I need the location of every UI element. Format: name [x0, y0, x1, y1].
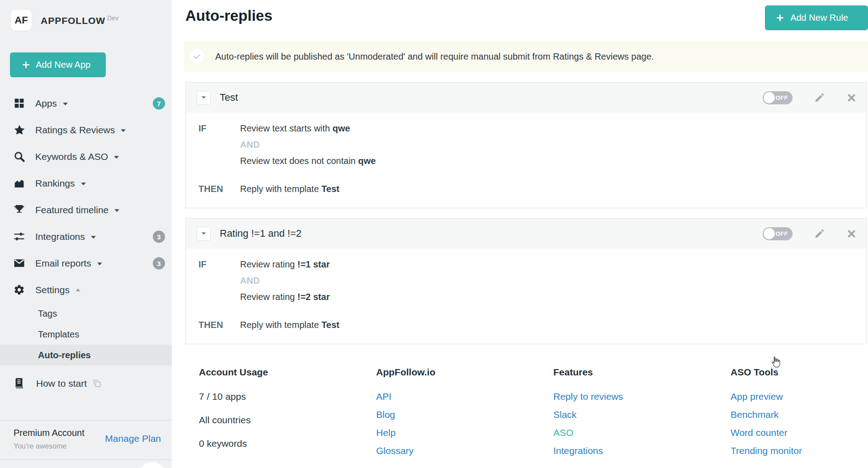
footer-link-api[interactable]: API [376, 391, 553, 409]
expand-rule-button[interactable] [197, 227, 211, 241]
chat-bubble[interactable] [139, 462, 165, 468]
sidebar-item-label: Rankings [35, 178, 75, 189]
rule-action: Reply with template Test [240, 184, 340, 194]
footer-column-title: Features [553, 367, 731, 378]
sidebar-item-label: Integrations [35, 231, 85, 242]
check-icon [190, 49, 204, 64]
chevron-down-icon [113, 155, 119, 159]
delete-rule-icon[interactable] [847, 93, 856, 103]
and-connector: AND [240, 140, 376, 150]
sidebar-subitem-templates[interactable]: Templates [0, 324, 172, 345]
then-action: Reply with template Test [240, 184, 340, 194]
rule-condition: Review rating !=1 star [240, 259, 330, 270]
edit-rule-icon[interactable] [814, 228, 825, 239]
edit-rule-icon[interactable] [814, 92, 825, 103]
copy-icon [92, 379, 102, 388]
chevron-up-icon [75, 288, 81, 292]
env-label: Dev [107, 14, 118, 22]
sidebar-item-featured-timeline[interactable]: Featured timeline [0, 197, 172, 223]
footer-link-aso[interactable]: ASO [553, 427, 731, 445]
sidebar-item-label: Ratings & Reviews [35, 125, 115, 136]
footer-link-app-preview[interactable]: App preview [731, 391, 868, 409]
add-new-rule-button[interactable]: Add New Rule [765, 5, 868, 30]
footer-column-items: Reply to reviewsSlackASOIntegrations [553, 391, 731, 463]
sidebar-item-keywords-aso[interactable]: Keywords & ASO [0, 143, 172, 170]
search-icon [14, 151, 25, 163]
footer-column-items: 7 / 10 appsAll countries0 keywords [199, 391, 376, 462]
if-label: IF [198, 123, 240, 172]
footer-link-glossary[interactable]: Glossary [376, 445, 553, 463]
chevron-down-icon [90, 235, 96, 239]
rule-actions: OFF [763, 91, 856, 104]
then-label: THEN [198, 184, 240, 194]
appfollow-auto-replies-page: { "sidebar": { "logo": { "monogram": "AF… [0, 0, 868, 468]
sidebar-item-label: Featured timeline [35, 205, 108, 215]
if-conditions: Review rating !=1 starANDReview rating !… [240, 259, 330, 308]
toggle-state-label: OFF [776, 94, 788, 101]
rule-enabled-toggle[interactable]: OFF [763, 91, 793, 104]
chevron-down-icon [80, 182, 86, 186]
footer-link-slack[interactable]: Slack [553, 409, 731, 427]
sidebar-item-label: Settings [35, 285, 70, 295]
main-content: Auto-replies Add New Rule Auto-replies w… [172, 0, 868, 468]
then-label: THEN [198, 320, 240, 330]
notice-banner: Auto-replies will be published as 'Unmod… [184, 41, 868, 72]
if-label: IF [198, 259, 240, 308]
delete-rule-icon[interactable] [847, 229, 856, 239]
page-title: Auto-replies [185, 7, 273, 24]
toggle-knob [764, 92, 775, 103]
add-new-app-button[interactable]: Add New App [10, 52, 106, 77]
sidebar-item-apps[interactable]: Apps 7 [0, 90, 172, 117]
rule-condition: Review rating !=2 star [240, 292, 330, 302]
rule-header: Rating !=1 and !=2 OFF [186, 219, 866, 248]
toggle-knob [764, 228, 775, 239]
footer-link-trending-monitor[interactable]: Trending monitor [731, 445, 868, 463]
rule-condition: Review text starts with qwe [240, 123, 376, 134]
footer-link-word-counter[interactable]: Word counter [731, 427, 868, 445]
chevron-down-icon [97, 262, 103, 266]
footer-link-blog[interactable]: Blog [376, 409, 553, 427]
account-usage-item: 7 / 10 apps [199, 391, 376, 415]
footer-column: AppFollow.io APIBlogHelpGlossary [376, 367, 553, 463]
sidebar-subitem-tags[interactable]: Tags [0, 303, 172, 324]
plan-section: Premium Account You're awesome Manage Pl… [0, 420, 172, 460]
app-logo: AF APPFOLLOWDev [0, 0, 172, 31]
rule-title: Test [220, 92, 238, 103]
sidebar-item-integrations[interactable]: Integrations 3 [0, 223, 172, 250]
gear-icon [14, 284, 25, 296]
sidebar-subitem-auto-replies[interactable]: Auto-replies [0, 345, 172, 365]
add-new-app-label: Add New App [36, 60, 90, 70]
footer-link-reply-to-reviews[interactable]: Reply to reviews [553, 391, 731, 409]
rule-title: Rating !=1 and !=2 [220, 228, 302, 239]
manage-plan-link[interactable]: Manage Plan [105, 433, 161, 444]
footer-links: Account Usage 7 / 10 appsAll countries0 … [199, 367, 868, 463]
auto-reply-rule-card: Test OFF IF Review text starts with qweA… [185, 82, 867, 208]
sidebar-item-label: How to start [36, 378, 87, 389]
expand-rule-button[interactable] [197, 91, 211, 105]
footer-column-title: Account Usage [199, 367, 376, 378]
sidebar-item-rankings[interactable]: Rankings [0, 170, 172, 197]
footer-link-help[interactable]: Help [376, 427, 553, 445]
if-conditions: Review text starts with qweANDReview tex… [240, 123, 376, 172]
logo-monogram: AF [11, 10, 32, 31]
rule-condition: Review text does not contain qwe [240, 156, 376, 166]
plan-note: You're awesome [14, 442, 66, 450]
sidebar-item-email-reports[interactable]: Email reports 3 [0, 250, 172, 276]
sidebar-item-settings[interactable]: Settings [0, 276, 172, 303]
add-new-rule-label: Add New Rule [790, 13, 848, 23]
plus-icon [776, 14, 784, 22]
sidebar-item-label: Email reports [35, 258, 91, 269]
footer-column: Account Usage 7 / 10 appsAll countries0 … [199, 367, 376, 463]
rule-body: IF Review rating !=1 starANDReview ratin… [186, 248, 866, 344]
rule-enabled-toggle[interactable]: OFF [763, 227, 793, 240]
mail-icon [14, 257, 25, 269]
footer-link-integrations[interactable]: Integrations [553, 445, 731, 463]
footer-column-items: App previewBenchmarkWord counterTrending… [731, 391, 868, 463]
sidebar-item-ratings-reviews[interactable]: Ratings & Reviews [0, 117, 172, 143]
sidebar-item-how-to-start[interactable]: How to start [0, 370, 172, 397]
footer-column: Features Reply to reviewsSlackASOIntegra… [553, 367, 731, 463]
sidebar-item-label: Keywords & ASO [35, 151, 108, 162]
sidebar-item-label: Apps [35, 98, 57, 109]
account-usage-item: All countries [199, 415, 376, 438]
footer-link-benchmark[interactable]: Benchmark [731, 409, 868, 427]
